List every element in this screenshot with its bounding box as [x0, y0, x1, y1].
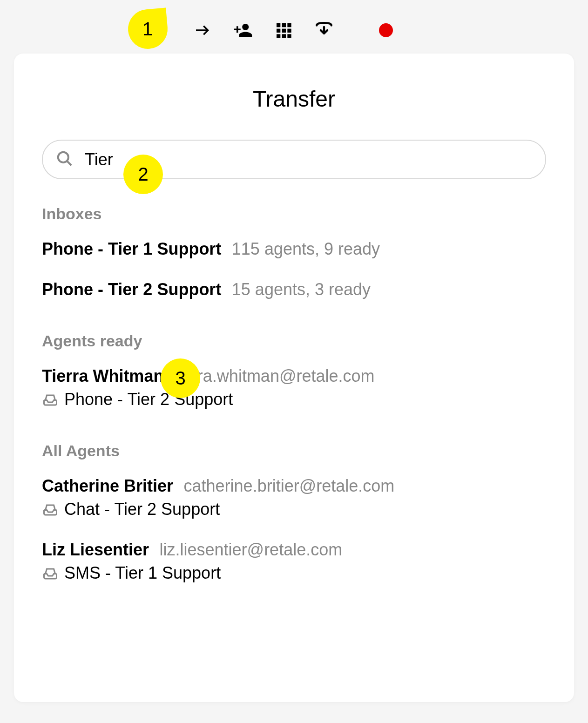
inbox-meta: 15 agents, 3 ready: [232, 280, 371, 299]
agent-row[interactable]: Tierra Whitman tierra.whitman@retale.com…: [42, 366, 546, 409]
transfer-arrow-icon[interactable]: [193, 20, 212, 40]
add-person-icon[interactable]: [233, 20, 253, 40]
svg-point-9: [58, 152, 68, 162]
inbox-row[interactable]: Phone - Tier 1 Support 115 agents, 9 rea…: [42, 239, 546, 259]
agent-name: Tierra Whitman: [42, 366, 163, 385]
search-input[interactable]: [42, 140, 546, 179]
inbox-tray-icon: [42, 565, 59, 581]
section-header-all-agents: All Agents: [42, 442, 546, 460]
inbox-name: Phone - Tier 2 Support: [42, 280, 221, 299]
annotation-callout-3: 3: [161, 358, 200, 398]
agent-name: Liz Liesentier: [42, 540, 149, 559]
svg-rect-2: [287, 23, 291, 27]
inbox-tray-icon: [42, 501, 59, 518]
transfer-panel: Transfer Inboxes Phone - Tier 1 Support …: [14, 54, 574, 702]
annotation-callout-2: 2: [123, 155, 163, 194]
svg-rect-1: [282, 23, 285, 27]
agent-inbox: Chat - Tier 2 Support: [64, 500, 220, 519]
inbox-row[interactable]: Phone - Tier 2 Support 15 agents, 3 read…: [42, 280, 546, 299]
svg-rect-6: [277, 34, 280, 38]
search-field-wrap: [42, 140, 546, 179]
svg-line-10: [67, 161, 72, 165]
agent-email: catherine.britier@retale.com: [184, 476, 395, 495]
dialpad-icon[interactable]: [274, 20, 293, 40]
call-toolbar: [0, 16, 588, 44]
svg-rect-3: [277, 29, 280, 33]
agent-inbox: SMS - Tier 1 Support: [64, 563, 221, 583]
svg-rect-5: [287, 29, 291, 33]
record-icon: [379, 23, 393, 37]
record-button[interactable]: [376, 20, 396, 40]
svg-rect-4: [282, 29, 285, 33]
inbox-meta: 115 agents, 9 ready: [232, 239, 380, 258]
agent-row[interactable]: Liz Liesentier liz.liesentier@retale.com…: [42, 540, 546, 583]
svg-rect-7: [282, 34, 285, 38]
inbox-tray-icon: [42, 391, 59, 408]
section-header-inboxes: Inboxes: [42, 205, 546, 223]
agent-row[interactable]: Catherine Britier catherine.britier@reta…: [42, 476, 546, 519]
agent-email: tierra.whitman@retale.com: [174, 366, 375, 385]
svg-rect-0: [277, 23, 280, 27]
panel-title: Transfer: [42, 86, 546, 112]
agent-inbox: Phone - Tier 2 Support: [64, 390, 233, 409]
inbox-name: Phone - Tier 1 Support: [42, 239, 221, 258]
toolbar-divider: [355, 20, 355, 40]
svg-rect-8: [287, 34, 291, 38]
agent-email: liz.liesentier@retale.com: [160, 540, 343, 559]
agent-name: Catherine Britier: [42, 476, 173, 495]
search-icon: [56, 150, 74, 169]
section-header-agents-ready: Agents ready: [42, 332, 546, 350]
hold-incoming-icon[interactable]: [314, 20, 334, 40]
